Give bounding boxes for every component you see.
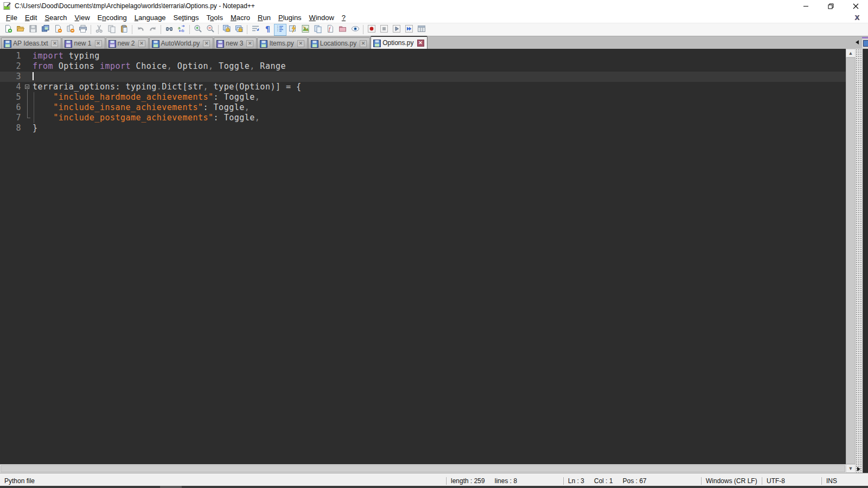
indent-guide-line [34,92,34,123]
tab-close-icon[interactable]: ✕ [360,40,367,47]
tab-close-icon[interactable]: ✕ [203,40,210,47]
tab-new-3[interactable]: new 3✕ [214,37,257,49]
toolbar-macro-save-button[interactable] [415,24,427,36]
toolbar-zoom-in-button[interactable] [192,24,204,36]
tab-close-icon[interactable]: ✕ [95,40,102,47]
menu-item-run[interactable]: Run [254,13,275,22]
toolbar-open-file-button[interactable] [14,24,27,36]
toolbar-sync-horizontal-scroll-button[interactable] [233,24,245,36]
menu-item-encoding[interactable]: Encoding [94,13,131,22]
toolbar-file-monitoring-button[interactable] [349,24,361,36]
toolbar-macro-record-button[interactable] [365,24,378,36]
insert-mode-status[interactable]: INS [821,477,868,485]
position-status: Pos : 67 [623,477,647,485]
tab-ap-ideas-txt[interactable]: AP Ideas.txt✕ [1,37,61,49]
scroll-down-icon[interactable]: ▼ [846,464,856,473]
tab-locations-py[interactable]: Locations.py✕ [308,37,370,49]
toolbar-indent-guide-button[interactable] [274,24,286,36]
print-icon [79,24,87,35]
tab-label: AP Ideas.txt [13,40,48,47]
toolbar-cut-button[interactable] [93,24,105,36]
horizontal-scrollbar[interactable] [0,464,846,473]
code-line-6[interactable]: 6 "include_insane_achievements": Toggle, [0,102,846,113]
toolbar-folder-as-workspace-button[interactable] [336,24,349,36]
code-line-7[interactable]: 7 "include_postgame_achievements": Toggl… [0,113,846,123]
menu-item-tools[interactable]: Tools [203,13,227,22]
toolbar-function-completion-button[interactable] [286,24,299,36]
toolbar-show-all-characters-button[interactable]: ¶ [261,24,274,36]
cursor-position-status: Ln : 3Col : 1Pos : 67 [563,477,701,485]
code-line-4[interactable]: 4terraria_options: typing.Dict[str, type… [0,82,846,92]
toolbar-function-list-button[interactable]: f [324,24,336,36]
toolbar-separator [91,25,91,34]
tab-close-icon[interactable]: ✕ [246,40,253,47]
toolbar-separator [161,25,161,34]
toolbar-sync-vertical-scroll-button[interactable] [220,24,233,36]
close-document-icon[interactable]: X [854,14,859,22]
toolbar-new-file-button[interactable] [2,24,14,36]
tab-autoworld-py[interactable]: AutoWorld.py✕ [149,37,214,49]
menu-item-settings[interactable]: Settings [170,13,203,22]
menu-item-edit[interactable]: Edit [21,13,41,22]
tab-label: new 1 [74,40,91,47]
vertical-scrollbar[interactable]: ▲ ▼ [846,49,856,473]
scroll-up-icon[interactable]: ▲ [846,49,856,57]
menu-item-q[interactable]: ? [338,13,349,22]
toolbar-word-wrap-button[interactable] [249,24,261,36]
restore-button[interactable] [818,0,843,12]
minimize-button[interactable] [793,0,818,12]
toolbar-redo-button[interactable] [146,24,159,36]
save-icon [29,24,37,35]
toolbar-macro-play-button[interactable] [390,24,403,36]
toolbar-zoom-out-button[interactable] [204,24,216,36]
new-file-icon [4,24,12,35]
toolbar-close-button[interactable] [52,24,64,36]
fold-collapse-icon[interactable] [24,82,33,92]
tab-close-icon[interactable]: ✕ [417,40,424,47]
code-line-5[interactable]: 5 "include_hardmode_achievements": Toggl… [0,92,846,102]
toolbar-undo-button[interactable] [134,24,146,36]
toolbar-replace-button[interactable]: ab [175,24,188,36]
show-all-characters-icon: ¶ [264,24,272,35]
tab-close-icon[interactable]: ✕ [297,40,304,47]
toolbar-macro-stop-button[interactable] [378,24,390,36]
code-line-1[interactable]: 1import typing [0,51,846,61]
encoding-status[interactable]: UTF-8 [762,477,821,485]
toolbar-close-all-button[interactable] [64,24,76,36]
code-line-8[interactable]: 8} [0,123,846,133]
function-completion-icon [289,24,297,35]
view-splitter[interactable] [856,49,863,473]
toolbar-document-map-button[interactable] [299,24,311,36]
toolbar-print-button[interactable] [76,24,89,36]
tab-options-py[interactable]: Options.py✕ [371,36,427,49]
tab-close-icon[interactable]: ✕ [51,40,58,47]
code-line-2[interactable]: 2from Options import Choice, Option, Tog… [0,61,846,72]
menu-item-file[interactable]: File [2,13,21,22]
menu-item-window[interactable]: Window [305,13,338,22]
code-line-3[interactable]: 3 [0,72,846,82]
toolbar-paste-button[interactable] [118,24,130,36]
toolbar-find-button[interactable] [163,24,175,36]
menu-item-search[interactable]: Search [41,13,71,22]
menu-item-plugins[interactable]: Plugins [275,13,305,22]
menu-item-view[interactable]: View [71,13,94,22]
toolbar-separator [189,25,190,34]
splitter-collapse-icon[interactable] [857,467,860,471]
vertical-scrollbar-thumb[interactable] [846,57,856,464]
toolbar-copy-button[interactable] [105,24,118,36]
tab-scroll-left-icon[interactable] [856,40,859,44]
toolbar-document-list-button[interactable] [311,24,324,36]
tab-items-py[interactable]: Items.py✕ [257,37,307,49]
toolbar-save-button[interactable] [27,24,39,36]
tab-new-2[interactable]: new 2✕ [106,37,149,49]
toolbar-macro-run-multiple-button[interactable] [403,24,415,36]
toolbar-save-all-button[interactable] [39,24,52,36]
close-button[interactable] [843,0,868,12]
tab-close-icon[interactable]: ✕ [138,40,145,47]
editor-code[interactable]: 1import typing2from Options import Choic… [0,49,846,464]
eol-format-status[interactable]: Windows (CR LF) [701,477,762,485]
tab-new-1[interactable]: new 1✕ [62,37,105,49]
menu-item-macro[interactable]: Macro [227,13,254,22]
menu-item-language[interactable]: Language [131,13,170,22]
horizontal-scrollbar-thumb[interactable] [1,465,845,472]
